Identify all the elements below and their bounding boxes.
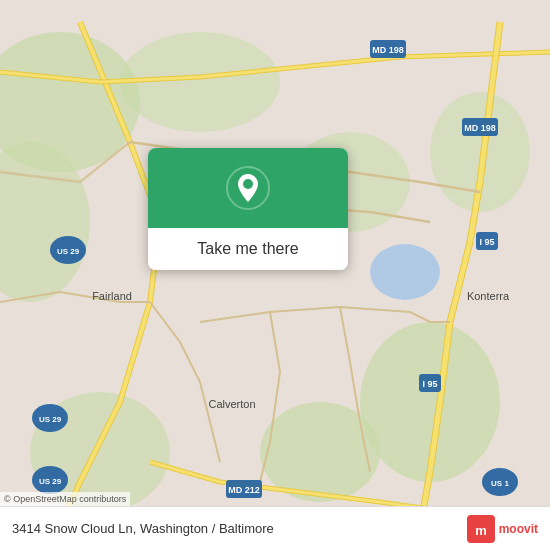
svg-text:I 95: I 95 — [479, 237, 494, 247]
svg-text:Konterra: Konterra — [467, 290, 510, 302]
svg-text:Fairland: Fairland — [92, 290, 132, 302]
attribution-text: © OpenStreetMap contributors — [4, 494, 126, 504]
svg-point-9 — [370, 244, 440, 300]
action-card: Take me there — [148, 148, 348, 270]
attribution: © OpenStreetMap contributors — [0, 492, 130, 506]
moovit-logo: m moovit — [467, 515, 538, 543]
svg-point-34 — [243, 179, 253, 189]
svg-text:m: m — [475, 523, 487, 538]
take-me-there-button[interactable]: Take me there — [148, 228, 348, 270]
card-header — [148, 148, 348, 228]
moovit-label: moovit — [499, 522, 538, 536]
svg-text:MD 212: MD 212 — [228, 485, 260, 495]
svg-text:Calverton: Calverton — [208, 398, 255, 410]
svg-text:US 1: US 1 — [491, 479, 509, 488]
svg-text:MD 198: MD 198 — [372, 45, 404, 55]
map-container: MD 198 MD 198 US 29 US 29 US 29 I 95 I 9… — [0, 0, 550, 550]
map-background: MD 198 MD 198 US 29 US 29 US 29 I 95 I 9… — [0, 0, 550, 550]
svg-text:US 29: US 29 — [39, 477, 62, 486]
location-pin-icon — [226, 166, 270, 210]
moovit-brand-icon: m — [467, 515, 495, 543]
address-text: 3414 Snow Cloud Ln, Washington / Baltimo… — [12, 521, 274, 536]
svg-text:I 95: I 95 — [422, 379, 437, 389]
svg-text:US 29: US 29 — [39, 415, 62, 424]
bottom-bar: 3414 Snow Cloud Ln, Washington / Baltimo… — [0, 506, 550, 550]
svg-text:US 29: US 29 — [57, 247, 80, 256]
svg-text:MD 198: MD 198 — [464, 123, 496, 133]
